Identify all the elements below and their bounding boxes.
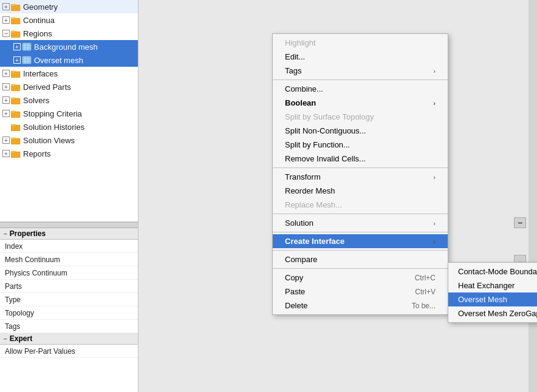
prop-label: Allow Per-Part Values	[5, 347, 75, 356]
svg-rect-27	[11, 138, 15, 140]
tree-item-continua[interactable]: + Continua	[0, 13, 138, 27]
section-toggle[interactable]: −	[4, 336, 7, 342]
prop-row-index: Index	[0, 240, 138, 253]
menu-item-tags[interactable]: Tags›	[273, 64, 448, 78]
prop-section-header-properties[interactable]: −Properties	[0, 228, 138, 240]
menu-item-transform[interactable]: Transform›	[273, 170, 448, 184]
menu-separator	[273, 250, 448, 251]
expand-icon[interactable]: +	[13, 43, 21, 50]
menu-item-remove-invalid[interactable]: Remove Invalid Cells...	[273, 152, 448, 166]
menu-shortcut: Ctrl+C	[415, 274, 436, 282]
tree-item-overset-mesh[interactable]: + Overset mesh	[0, 53, 138, 67]
menu-item-copy[interactable]: CopyCtrl+C	[273, 271, 448, 285]
folder-icon	[11, 137, 21, 144]
svg-rect-5	[11, 31, 15, 33]
expand-icon[interactable]: +	[2, 137, 10, 144]
menu-item-paste[interactable]: PasteCtrl+V	[273, 285, 448, 299]
submenu-arrow-icon: ›	[433, 100, 436, 107]
folder-icon	[11, 110, 21, 118]
tree-item-reports[interactable]: + Reports	[0, 147, 138, 160]
tree-label: Regions	[23, 29, 52, 38]
expand-icon[interactable]	[2, 123, 11, 131]
menu-separator	[273, 79, 448, 80]
tree-item-solution-views[interactable]: + Solution Views	[0, 133, 138, 147]
menu-item-replace-mesh: Replace Mesh...	[273, 198, 448, 212]
expand-icon[interactable]: +	[2, 150, 10, 157]
section-label: Properties	[10, 229, 46, 238]
submenu-arrow-icon: ›	[433, 174, 436, 181]
tree-label: Overset mesh	[34, 56, 83, 65]
folder-icon	[22, 42, 32, 51]
tree-item-geometry[interactable]: + Geometry	[0, 0, 138, 13]
menu-item-label: Highlight	[285, 38, 316, 47]
prop-row-type: Type	[0, 293, 138, 306]
minus-button[interactable]: −	[514, 217, 526, 228]
tree-item-interfaces[interactable]: + Interfaces	[0, 67, 138, 80]
tree-label: Background mesh	[34, 42, 98, 52]
menu-item-label: Solution	[285, 218, 313, 228]
tree-item-regions[interactable]: − Regions	[0, 27, 138, 40]
menu-item-edit[interactable]: Edit...	[273, 50, 448, 64]
tree-item-solvers[interactable]: + Solvers	[0, 93, 138, 107]
folder-icon	[11, 123, 21, 131]
menu-item-split-function[interactable]: Split by Function...	[273, 138, 448, 152]
folder-icon	[11, 30, 21, 38]
prop-label: Tags	[5, 322, 20, 331]
folder-icon	[11, 150, 21, 158]
menu-item-combine[interactable]: Combine...	[273, 82, 448, 96]
submenu-item-overset-mesh[interactable]: Overset Mesh	[448, 292, 537, 306]
menu-item-boolean[interactable]: Boolean›	[273, 96, 448, 110]
menu-item-label: Split by Surface Topology	[285, 112, 374, 121]
svg-rect-3	[11, 18, 15, 19]
submenu-arrow-icon: ›	[433, 67, 436, 75]
expand-icon[interactable]: +	[2, 83, 10, 90]
menu-item-delete[interactable]: DeleteTo be...	[273, 299, 448, 313]
expand-icon[interactable]: +	[2, 96, 10, 104]
tree-label: Solution Views	[23, 136, 75, 145]
menu-item-label: Tags	[285, 66, 301, 75]
tree-item-solution-histories[interactable]: Solution Histories	[0, 120, 138, 133]
expand-icon[interactable]: +	[2, 16, 10, 24]
section-toggle[interactable]: −	[4, 231, 7, 237]
prop-label: Type	[5, 296, 21, 304]
tree-section: + Geometry+ Continua− Regions+ Backgroun…	[0, 0, 138, 222]
submenu-item-label: Contact-Mode Boundary Interface	[458, 267, 537, 276]
menu-separator	[273, 214, 448, 214]
expand-icon[interactable]: +	[2, 70, 10, 77]
folder-icon	[11, 70, 21, 78]
expand-icon[interactable]: +	[2, 110, 10, 117]
menu-item-compare[interactable]: Compare	[273, 252, 448, 266]
svg-rect-29	[11, 151, 15, 153]
menu-item-label: Split Non-Contiguous...	[285, 126, 366, 135]
submenu-item-heat-exchanger[interactable]: Heat Exchanger	[448, 279, 537, 292]
expand-icon[interactable]: +	[13, 56, 21, 64]
scrollbar-track[interactable]	[528, 0, 537, 392]
tree-item-derived-parts[interactable]: + Derived Parts	[0, 80, 138, 93]
menu-item-label: Transform	[285, 172, 321, 181]
submenu-item-overset-mesh-zerogap[interactable]: Overset Mesh ZeroGap	[448, 306, 537, 320]
prop-label: Parts	[5, 282, 22, 291]
menu-item-create-interface[interactable]: Create Interface›	[273, 234, 448, 248]
prop-label: Physics Continuum	[5, 269, 67, 277]
menu-item-split-noncontiguous[interactable]: Split Non-Contiguous...	[273, 124, 448, 138]
prop-row-physics-continuum: Physics Continuum	[0, 266, 138, 280]
prop-section-header-expert[interactable]: −Expert	[0, 333, 138, 345]
svg-rect-6	[22, 43, 31, 50]
expand-icon[interactable]: −	[2, 30, 10, 37]
submenu-item-label: Overset Mesh	[458, 295, 507, 304]
tree-item-background-mesh[interactable]: + Background mesh	[0, 40, 138, 53]
tree-label: Geometry	[23, 2, 58, 12]
menu-item-label: Delete	[285, 301, 308, 310]
menu-item-reorder-mesh[interactable]: Reorder Mesh	[273, 184, 448, 198]
section-label: Expert	[10, 334, 32, 343]
menu-shortcut: Ctrl+V	[415, 288, 436, 296]
submenu-item-label: Overset Mesh ZeroGap	[458, 309, 537, 318]
menu-item-solution[interactable]: Solution›	[273, 216, 448, 230]
folder-icon	[11, 3, 21, 11]
menu-item-split-surface: Split by Surface Topology	[273, 110, 448, 124]
submenu-item-contact-mode[interactable]: Contact-Mode Boundary Interface	[448, 265, 537, 279]
prop-label: Topology	[5, 309, 34, 317]
menu-separator	[273, 268, 448, 269]
expand-icon[interactable]: +	[2, 3, 10, 10]
tree-item-stopping-criteria[interactable]: + Stopping Criteria	[0, 107, 138, 120]
